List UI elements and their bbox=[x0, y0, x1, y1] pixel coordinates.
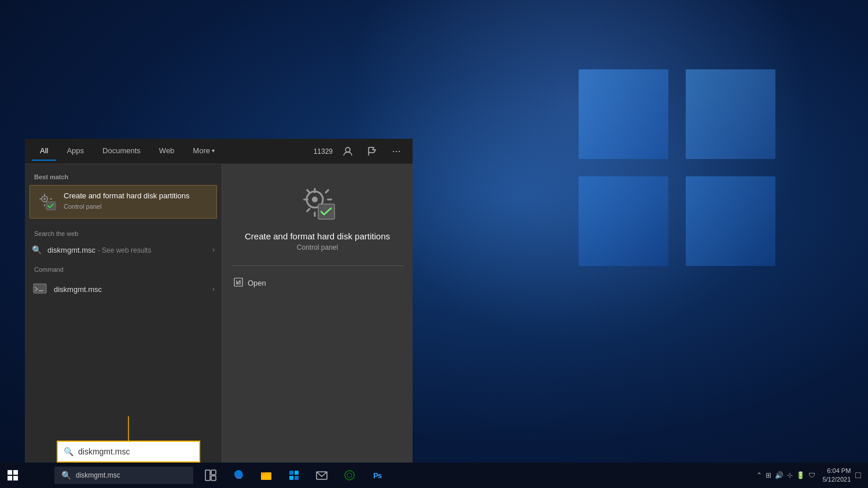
command-item[interactable]: diskmgmt.msc › bbox=[25, 276, 222, 302]
tab-more[interactable]: More ▾ bbox=[185, 142, 223, 161]
svg-rect-15 bbox=[327, 199, 332, 201]
network-icon[interactable]: ⊞ bbox=[766, 471, 771, 479]
svg-line-22 bbox=[237, 280, 240, 284]
windows-logo-desktop bbox=[579, 69, 775, 266]
svg-rect-26 bbox=[8, 476, 12, 480]
svg-rect-33 bbox=[289, 471, 293, 475]
system-tray-icons: ⌃ ⊞ 🔊 ⊹ 🔋 🛡 bbox=[756, 471, 815, 479]
search-popup: All Apps Documents Web More ▾ 11329 ··· bbox=[25, 139, 413, 463]
cmd-icon bbox=[32, 281, 48, 297]
wifi-icon[interactable]: ⊹ bbox=[787, 471, 793, 479]
mail-icon bbox=[316, 469, 328, 481]
svg-rect-27 bbox=[13, 476, 18, 480]
search-right-pane: Create and format hard disk partitions C… bbox=[222, 164, 413, 463]
console-icon-svg bbox=[33, 282, 47, 296]
tab-documents[interactable]: Documents bbox=[94, 142, 149, 161]
time-display: 6:04 PM bbox=[822, 467, 851, 475]
svg-point-2 bbox=[43, 198, 46, 200]
best-match-label: Best match bbox=[25, 173, 222, 180]
search-tabs: All Apps Documents Web More ▾ 11329 ··· bbox=[25, 139, 413, 164]
taskbar-search-text: diskmgmt.msc bbox=[76, 471, 120, 479]
right-title: Create and format hard disk partitions bbox=[233, 231, 402, 241]
web-result-item[interactable]: 🔍 diskmgmt.msc - See web results › bbox=[25, 241, 222, 259]
svg-point-11 bbox=[312, 197, 318, 202]
disk-icon-svg bbox=[37, 191, 58, 212]
right-disk-icon-svg bbox=[297, 182, 338, 223]
svg-rect-32 bbox=[261, 472, 265, 474]
best-match-item[interactable]: Create and format hard disk partitions C… bbox=[30, 185, 217, 219]
start-button[interactable] bbox=[0, 463, 25, 488]
taskbar-search-icon: 🔍 bbox=[61, 471, 71, 480]
task-view-button[interactable] bbox=[198, 463, 223, 488]
svg-rect-4 bbox=[44, 204, 45, 206]
taskbar-search-bar[interactable]: 🔍 diskmgmt.msc bbox=[54, 467, 193, 484]
svg-rect-28 bbox=[205, 470, 210, 480]
counter-badge: 11329 bbox=[314, 147, 333, 156]
windows-defender-icon[interactable]: 🛡 bbox=[808, 471, 815, 479]
photoshop-button[interactable]: Ps bbox=[365, 463, 390, 488]
svg-rect-19 bbox=[306, 208, 310, 212]
svg-rect-6 bbox=[50, 198, 52, 199]
web-result-left: 🔍 diskmgmt.msc - See web results bbox=[32, 245, 151, 254]
best-match-subtitle: Control panel bbox=[64, 203, 190, 210]
svg-rect-8 bbox=[34, 284, 46, 293]
svg-rect-16 bbox=[306, 189, 310, 194]
edge-icon bbox=[233, 469, 244, 481]
open-action-label: Open bbox=[248, 279, 266, 287]
right-subtitle: Control panel bbox=[297, 243, 338, 252]
command-section: Command diskmgmt.msc › bbox=[25, 261, 222, 304]
disk-partition-icon bbox=[37, 191, 58, 212]
file-explorer-button[interactable] bbox=[253, 463, 279, 488]
right-icon-area bbox=[297, 182, 339, 223]
notifications-icon[interactable]: □ bbox=[855, 470, 861, 480]
chevron-up-icon[interactable]: ⌃ bbox=[756, 471, 762, 479]
store-icon bbox=[288, 469, 300, 481]
command-label: Command bbox=[25, 266, 222, 273]
game-icon bbox=[344, 469, 355, 481]
web-result-chevron: › bbox=[212, 246, 215, 254]
search-body: Best match bbox=[25, 164, 413, 463]
search-bar[interactable]: 🔍 bbox=[57, 441, 200, 463]
svg-rect-35 bbox=[289, 476, 293, 480]
tab-apps[interactable]: Apps bbox=[58, 142, 92, 161]
task-view-icon bbox=[205, 469, 216, 481]
svg-point-0 bbox=[345, 147, 350, 152]
svg-point-39 bbox=[347, 473, 352, 478]
flag-icon bbox=[367, 146, 377, 157]
edge-browser-button[interactable] bbox=[226, 463, 251, 488]
right-divider bbox=[231, 265, 403, 266]
command-item-left: diskmgmt.msc bbox=[32, 281, 102, 297]
tab-web[interactable]: Web bbox=[151, 142, 183, 161]
battery-icon[interactable]: 🔋 bbox=[796, 471, 805, 479]
clock-display[interactable]: 6:04 PM 5/12/2021 bbox=[822, 467, 851, 485]
mail-button[interactable] bbox=[309, 463, 334, 488]
profile-icon-btn[interactable] bbox=[339, 142, 357, 161]
open-icon-svg bbox=[234, 278, 243, 287]
taskbar: 🔍 diskmgmt.msc bbox=[0, 463, 868, 488]
open-action[interactable]: Open bbox=[222, 273, 413, 293]
file-explorer-icon bbox=[260, 469, 272, 481]
store-button[interactable] bbox=[281, 463, 307, 488]
chevron-down-icon: ▾ bbox=[212, 147, 215, 154]
search-web-label: Search the web bbox=[25, 230, 222, 237]
svg-rect-25 bbox=[13, 470, 18, 475]
windows-logo-icon bbox=[8, 470, 18, 480]
volume-icon[interactable]: 🔊 bbox=[775, 471, 784, 479]
tab-all[interactable]: All bbox=[32, 142, 56, 161]
web-result-sub: - See web results bbox=[98, 246, 152, 254]
svg-point-38 bbox=[345, 471, 354, 480]
flag-icon-btn[interactable] bbox=[363, 142, 381, 161]
taskbar-right-area: ⌃ ⊞ 🔊 ⊹ 🔋 🛡 6:04 PM 5/12/2021 □ bbox=[756, 467, 868, 485]
more-options-btn[interactable]: ··· bbox=[387, 142, 406, 161]
open-action-icon bbox=[234, 278, 243, 289]
tab-counter-area: 11329 ··· bbox=[314, 142, 406, 161]
game-button[interactable] bbox=[337, 463, 362, 488]
svg-rect-29 bbox=[211, 470, 216, 475]
svg-rect-18 bbox=[324, 189, 329, 194]
command-text: diskmgmt.msc bbox=[54, 285, 102, 294]
svg-rect-12 bbox=[314, 188, 315, 193]
svg-rect-24 bbox=[8, 470, 12, 475]
search-input[interactable] bbox=[78, 447, 193, 456]
profile-icon bbox=[342, 146, 354, 157]
svg-rect-13 bbox=[314, 212, 315, 217]
